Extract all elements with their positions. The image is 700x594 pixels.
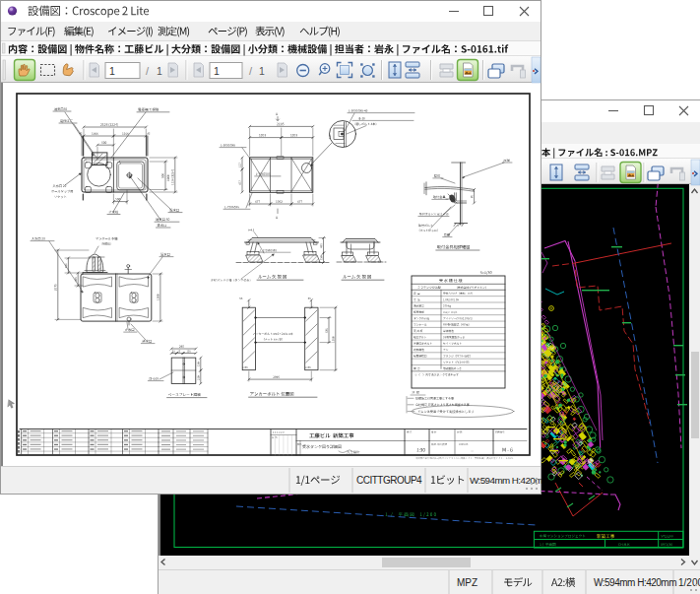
svg-text:CCITTGROUP4: CCITTGROUP4 <box>356 475 422 486</box>
svg-text:1: 1 <box>157 65 162 77</box>
svg-text:/: / <box>146 65 150 77</box>
svg-text:1: 1 <box>214 65 220 77</box>
svg-text:W:594mm H:420mm: W:594mm H:420mm <box>594 577 676 588</box>
svg-text:1: 1 <box>109 65 115 77</box>
svg-text:MPZ: MPZ <box>457 577 477 588</box>
svg-text:1: 1 <box>259 65 265 77</box>
svg-text:/: / <box>249 65 253 77</box>
svg-text:1/200: 1/200 <box>678 577 700 588</box>
